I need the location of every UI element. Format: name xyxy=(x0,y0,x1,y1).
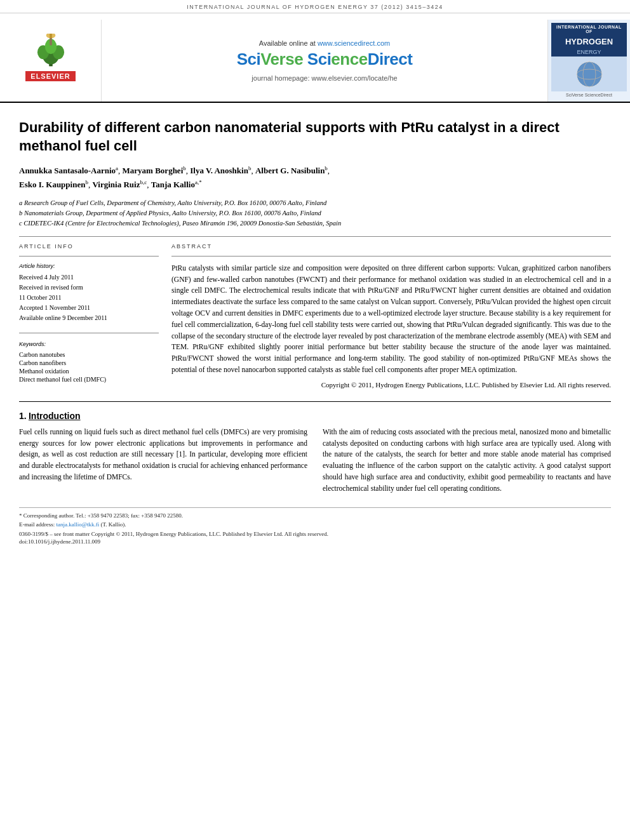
thumb-brand: SciVerse ScienceDirect xyxy=(565,91,613,98)
available-date: Available online 9 December 2011 xyxy=(19,314,159,323)
available-online-text: Available online at www.sciencedirect.co… xyxy=(259,39,390,47)
section-heading: 1. Introduction xyxy=(19,411,611,422)
article-info-abstract: ARTICLE INFO Article history: Received 4… xyxy=(19,243,611,389)
journal-header: INTERNATIONAL JOURNAL OF HYDROGEN ENERGY… xyxy=(0,0,630,13)
journal-thumbnail: International Journal of HYDROGEN ENERGY… xyxy=(547,20,630,102)
abstract-divider xyxy=(171,256,611,257)
received-revised-label: Received in revised form xyxy=(19,283,159,292)
copyright-text: Copyright © 2011, Hydrogen Energy Public… xyxy=(171,381,611,389)
section-number: 1. xyxy=(19,411,27,421)
article-footer: * Corresponding author. Tel.: +358 9470 … xyxy=(19,507,611,546)
main-content: Durability of different carbon nanomater… xyxy=(0,103,630,556)
author-2: Maryam Borghei xyxy=(123,166,184,176)
elsevier-tree-icon xyxy=(29,34,73,69)
intro-right-text: With the aim of reducing costs associate… xyxy=(323,427,611,495)
received-date: Received 4 July 2011 xyxy=(19,273,159,282)
author-4: Albert G. Nasibulin xyxy=(255,166,325,176)
abstract-text: PtRu catalysts with similar particle siz… xyxy=(171,263,611,376)
thumb-globe-icon xyxy=(564,58,615,90)
elsevier-logo: ELSEVIER xyxy=(0,20,102,102)
history-label: Article history: xyxy=(19,263,159,269)
info-divider xyxy=(19,256,159,257)
author-6: Virginia Ruiz xyxy=(92,180,140,190)
affiliation-c: c CIDETEC-IK4 (Centre for Electrochemica… xyxy=(19,218,611,229)
divider xyxy=(19,236,611,237)
keyword-4: Direct methanol fuel cell (DMFC) xyxy=(19,376,159,383)
authors: Annukka Santasalo-Aarnioa, Maryam Borghe… xyxy=(19,164,611,192)
accepted-date: Accepted 1 November 2011 xyxy=(19,303,159,312)
thumb-image xyxy=(551,57,627,91)
affiliation-a: a Research Group of Fuel Cells, Departme… xyxy=(19,198,611,208)
intro-left-text: Fuel cells running on liquid fuels such … xyxy=(19,427,307,495)
elsevier-name: ELSEVIER xyxy=(25,71,75,81)
keyword-3: Methanol oxidation xyxy=(19,368,159,375)
article-history: Article history: Received 4 July 2011 Re… xyxy=(19,263,159,323)
intro-columns: Fuel cells running on liquid fuels such … xyxy=(19,427,611,495)
article-title: Durability of different carbon nanomater… xyxy=(19,119,611,155)
journal-center-header: Available online at www.sciencedirect.co… xyxy=(102,20,547,102)
svg-point-6 xyxy=(46,34,55,38)
thumb-sub: ENERGY xyxy=(551,48,627,57)
author-1: Annukka Santasalo-Aarnio xyxy=(19,166,116,176)
journal-homepage: journal homepage: www.elsevier.com/locat… xyxy=(251,74,397,82)
affiliations: a Research Group of Fuel Cells, Departme… xyxy=(19,198,611,228)
issn-line: 0360-3199/$ – see front matter Copyright… xyxy=(19,530,611,538)
abstract-label: ABSTRACT xyxy=(171,243,611,250)
affiliation-b: b Nanomaterials Group, Department of App… xyxy=(19,208,611,218)
corresponding-note: * Corresponding author. Tel.: +358 9470 … xyxy=(19,512,611,520)
keywords-divider xyxy=(19,333,159,333)
doi-line: doi:10.1016/j.ijhydene.2011.11.009 xyxy=(19,538,611,546)
author-7: Tanja Kallio xyxy=(151,180,195,190)
email-note: E-mail address: tanja.kallio@tkk.fi (T. … xyxy=(19,521,611,529)
sciverse-url-link[interactable]: www.sciencedirect.com xyxy=(318,39,390,47)
author-5: Esko I. Kauppinen xyxy=(19,180,85,190)
keywords-section: Keywords: Carbon nanotubes Carbon nanofi… xyxy=(19,341,159,383)
thumb-title: HYDROGEN xyxy=(551,36,627,48)
author-3: Ilya V. Anoshkin xyxy=(190,166,248,176)
keyword-1: Carbon nanotubes xyxy=(19,351,159,358)
abstract-col: ABSTRACT PtRu catalysts with similar par… xyxy=(171,243,611,389)
introduction-section: 1. Introduction Fuel cells running on li… xyxy=(19,401,611,495)
keywords-label: Keywords: xyxy=(19,341,159,347)
section-title: Introduction xyxy=(29,411,81,421)
keyword-2: Carbon nanofibers xyxy=(19,359,159,366)
sciverse-brand: SciVerse ScienceDirect xyxy=(237,50,413,69)
article-info-label: ARTICLE INFO xyxy=(19,243,159,250)
thumb-header: International Journal of xyxy=(551,23,627,36)
received-revised-date: 11 October 2011 xyxy=(19,293,159,302)
header-area: ELSEVIER Available online at www.science… xyxy=(0,13,630,103)
article-info-col: ARTICLE INFO Article history: Received 4… xyxy=(19,243,159,389)
